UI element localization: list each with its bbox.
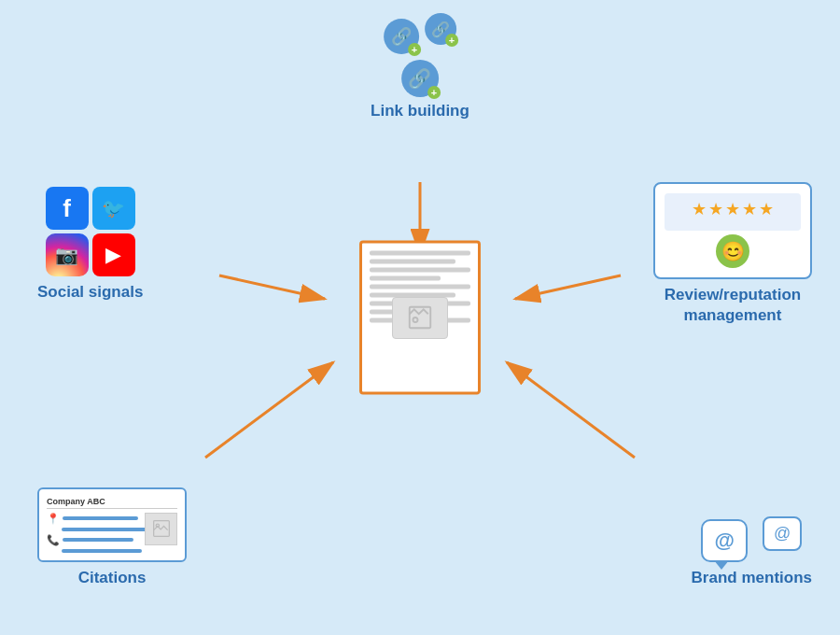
brand-bubble-small-group: @: [763, 516, 802, 562]
facebook-icon: f: [46, 187, 89, 230]
svg-point-7: [413, 318, 418, 322]
citation-line: [62, 528, 147, 531]
star-1: ★: [692, 199, 707, 219]
phone-icon: 📞: [47, 534, 60, 546]
diagram-container: 🔗 + 🔗 + 🔗 + Link building f 🐦 �: [0, 0, 840, 635]
citation-card-title: Company ABC: [47, 497, 177, 509]
review-label: Review/reputationmanagement: [665, 285, 801, 326]
link-building-label: Link building: [371, 101, 469, 121]
citation-line: [62, 549, 142, 553]
node-brand-mentions: @ @ Brand mentions: [692, 516, 812, 588]
pin-icon: 📍: [47, 513, 60, 525]
chain-plus-3: +: [427, 86, 441, 99]
star-5: ★: [759, 199, 774, 219]
chat-bubble-large: @: [701, 519, 747, 562]
review-card: ★ ★ ★ ★ ★ 😊: [653, 182, 812, 279]
svg-line-2: [219, 275, 325, 299]
citation-line: [63, 516, 138, 520]
citation-line: [63, 538, 133, 542]
twitter-icon: 🐦: [92, 187, 135, 230]
social-signals-label: Social signals: [37, 282, 143, 303]
node-review-reputation: ★ ★ ★ ★ ★ 😊 Review/reputationmanagement: [653, 182, 812, 326]
star-2: ★: [708, 199, 723, 219]
chain-icon-1: 🔗 +: [384, 19, 419, 54]
social-icons-group: f 🐦 📷 ▶: [46, 187, 135, 276]
star-3: ★: [725, 199, 740, 219]
link-building-icons: 🔗 + 🔗 + 🔗 +: [384, 19, 456, 97]
smiley-icon: 😊: [716, 234, 749, 268]
citation-lines: 📍 📞: [47, 513, 141, 553]
node-citations: Company ABC 📍 📞: [37, 487, 187, 588]
citation-card-img: [145, 513, 177, 545]
svg-line-5: [507, 362, 635, 458]
svg-line-3: [205, 362, 333, 458]
chat-bubble-small: @: [763, 516, 802, 551]
chain-plus-2: +: [445, 34, 458, 47]
citation-card: Company ABC 📍 📞: [37, 487, 187, 562]
node-social-signals: f 🐦 📷 ▶ Social signals: [37, 187, 143, 303]
doc-line: [370, 276, 441, 281]
doc-line: [370, 268, 470, 273]
citation-card-body: 📍 📞: [47, 513, 177, 553]
brand-icons-group: @ @: [701, 516, 802, 562]
brand-mentions-label: Brand mentions: [692, 568, 812, 588]
doc-line: [370, 285, 470, 289]
review-stars-row: ★ ★ ★ ★ ★: [665, 193, 801, 231]
instagram-icon: 📷: [46, 233, 89, 276]
brand-bubble-group: @: [701, 519, 747, 562]
youtube-icon: ▶: [92, 233, 135, 276]
svg-line-4: [515, 275, 621, 299]
chain-icon-2: 🔗 +: [425, 13, 456, 45]
node-link-building: 🔗 + 🔗 + 🔗 + Link building: [371, 19, 469, 121]
star-4: ★: [742, 199, 757, 219]
doc-line: [370, 260, 455, 264]
chain-icon-3: 🔗 +: [401, 60, 439, 97]
review-stars: ★ ★ ★ ★ ★: [670, 199, 795, 219]
citations-label: Citations: [78, 568, 147, 588]
doc-line: [370, 251, 470, 256]
center-document: [359, 241, 481, 395]
chain-plus-1: +: [408, 43, 421, 56]
doc-image: [392, 297, 448, 339]
